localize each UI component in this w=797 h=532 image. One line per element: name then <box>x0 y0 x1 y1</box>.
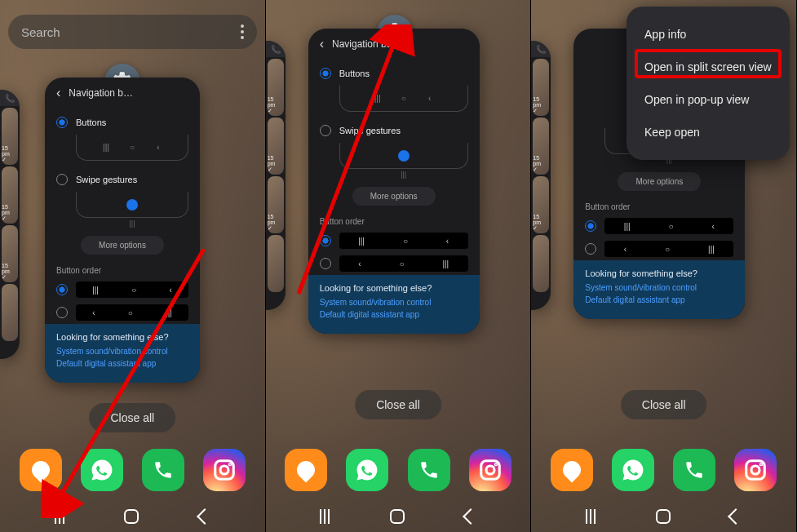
nav-recents-button[interactable] <box>320 509 330 524</box>
order-option-2[interactable]: ‹○||| <box>45 301 200 324</box>
system-navbar <box>266 509 531 524</box>
menu-app-info[interactable]: App info <box>627 18 790 51</box>
close-all-button[interactable]: Close all <box>621 390 707 419</box>
recents-card-settings[interactable]: ‹ Navigation b… Buttons |||○‹ Swipe gest… <box>45 78 200 383</box>
panel-step-3: 📞 15 pm ✓ 15 pm ✓ 15 pm ✓ ||| More optio… <box>531 0 797 532</box>
option-buttons[interactable]: Buttons <box>45 109 200 131</box>
looking-for-panel: Looking for something else? System sound… <box>573 260 745 319</box>
page-title: Navigation ba <box>332 38 392 50</box>
app-dock <box>0 449 265 491</box>
buttons-preview: |||○‹ <box>339 86 468 112</box>
more-options-button[interactable]: More options <box>81 236 164 255</box>
previous-app-sliver[interactable]: 📞 15 pm ✓ 15 pm ✓ 15 pm ✓ <box>531 41 551 310</box>
nav-home-button[interactable] <box>656 509 671 524</box>
sliver-topbar: 📞 <box>0 90 20 106</box>
menu-split-screen[interactable]: Open in split screen view <box>627 51 790 83</box>
menu-keep-open[interactable]: Keep open <box>627 116 790 149</box>
system-navbar <box>0 509 265 524</box>
card-header: ‹ Navigation b… <box>45 78 200 109</box>
svg-point-2 <box>229 464 230 465</box>
panel-step-2: 📞 15 pm ✓ 15 pm ✓ 15 pm ✓ ‹ Navigation b… <box>266 0 532 532</box>
swipe-preview <box>76 192 188 218</box>
option-buttons[interactable]: Buttons <box>308 60 480 82</box>
svg-point-5 <box>486 466 494 474</box>
phone-app-icon[interactable] <box>408 449 450 491</box>
order-option-1[interactable]: |||○‹ <box>45 278 200 301</box>
card-header: ‹ Navigation ba <box>308 29 480 60</box>
previous-app-sliver[interactable]: 📞 15 pm ✓ 15 pm ✓ 15 pm ✓ <box>266 41 286 310</box>
svg-point-1 <box>220 466 228 474</box>
phone-app-icon[interactable] <box>142 449 184 491</box>
previous-app-sliver[interactable]: 📞 15 pm ✓ 15 pm ✓ 15 pm ✓ <box>0 90 20 359</box>
link-system-sound[interactable]: System sound/vibration control <box>585 283 733 292</box>
tips-app-icon[interactable] <box>285 449 327 491</box>
nav-back-button[interactable] <box>463 508 479 525</box>
instagram-app-icon[interactable] <box>734 449 777 491</box>
more-options-button[interactable]: More options <box>618 172 701 191</box>
swipe-preview <box>339 143 468 169</box>
search-placeholder: Search <box>21 25 60 39</box>
swipe-bar-icon: ||| <box>76 219 188 228</box>
whatsapp-app-icon[interactable] <box>81 449 123 491</box>
recents-search-bar[interactable]: Search <box>8 15 257 49</box>
nav-back-button[interactable] <box>197 508 213 525</box>
close-all-button[interactable]: Close all <box>89 403 175 432</box>
order-option-2[interactable]: ‹○||| <box>308 252 480 275</box>
instagram-app-icon[interactable] <box>469 449 511 491</box>
recents-card-settings[interactable]: ‹ Navigation ba Buttons |||○‹ Swipe gest… <box>308 29 480 334</box>
more-menu-icon[interactable] <box>241 24 244 39</box>
link-default-assistant[interactable]: Default digital assistant app <box>585 295 733 304</box>
link-system-sound[interactable]: System sound/vibration control <box>320 298 468 307</box>
app-dock <box>266 449 531 491</box>
svg-point-10 <box>761 464 762 465</box>
option-swipe[interactable]: Swipe gestures <box>308 117 480 140</box>
looking-for-panel: Looking for something else? System sound… <box>308 275 480 334</box>
looking-for-panel: Looking for something else? System sound… <box>45 324 200 383</box>
panel-step-1: Search 📞 15 pm ✓ 15 pm ✓ 15 pm ✓ ‹ Navig… <box>0 0 266 532</box>
phone-app-icon[interactable] <box>673 449 715 491</box>
radio-on-icon <box>56 117 68 128</box>
button-order-label: Button order <box>573 199 745 215</box>
order-option-2[interactable]: ‹○||| <box>573 237 745 260</box>
whatsapp-app-icon[interactable] <box>346 449 388 491</box>
close-all-button[interactable]: Close all <box>355 390 441 419</box>
order-option-1[interactable]: |||○‹ <box>308 229 480 252</box>
link-default-assistant[interactable]: Default digital assistant app <box>320 310 468 319</box>
button-order-label: Button order <box>308 214 480 229</box>
nav-recents-button[interactable] <box>55 509 64 524</box>
svg-point-6 <box>495 464 496 465</box>
back-chevron-icon[interactable]: ‹ <box>320 37 324 51</box>
app-context-menu: App info Open in split screen view Open … <box>627 7 790 160</box>
app-dock <box>531 449 796 491</box>
button-order-label: Button order <box>45 263 200 278</box>
whatsapp-app-icon[interactable] <box>612 449 654 491</box>
tips-app-icon[interactable] <box>551 449 593 491</box>
tips-app-icon[interactable] <box>20 449 62 491</box>
nav-back-button[interactable] <box>728 508 744 525</box>
back-chevron-icon[interactable]: ‹ <box>56 86 60 100</box>
nav-recents-button[interactable] <box>586 509 596 524</box>
link-system-sound[interactable]: System sound/vibration control <box>56 347 188 356</box>
radio-off-icon <box>56 174 68 185</box>
buttons-preview: |||○‹ <box>76 135 188 161</box>
nav-home-button[interactable] <box>124 509 139 524</box>
nav-home-button[interactable] <box>390 509 405 524</box>
system-navbar <box>531 509 796 524</box>
svg-point-9 <box>751 466 759 474</box>
option-swipe[interactable]: Swipe gestures <box>45 166 200 188</box>
more-options-button[interactable]: More options <box>352 187 436 206</box>
page-title: Navigation b… <box>69 87 133 99</box>
link-default-assistant[interactable]: Default digital assistant app <box>56 359 188 368</box>
menu-popup-view[interactable]: Open in pop-up view <box>627 83 790 116</box>
instagram-app-icon[interactable] <box>203 449 246 491</box>
order-option-1[interactable]: |||○‹ <box>573 215 745 237</box>
